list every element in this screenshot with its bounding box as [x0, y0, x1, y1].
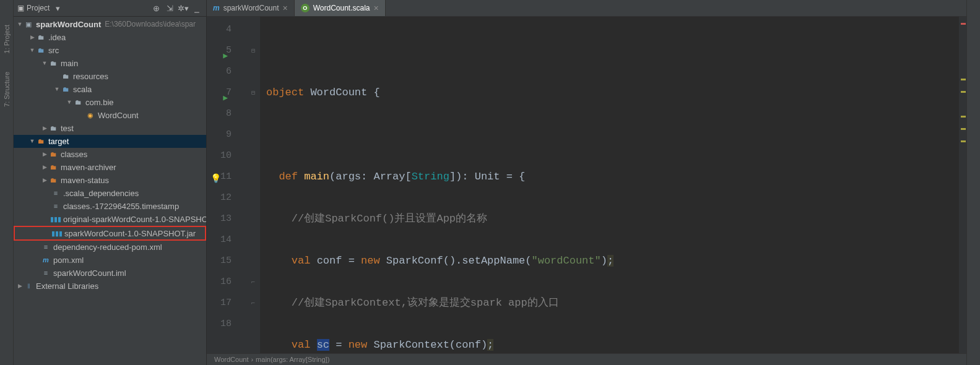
ln: 6 [207, 61, 232, 82]
root-path: E:\360Downloads\idea\spar [105, 18, 196, 31]
intention-bulb-icon[interactable]: 💡 [210, 168, 221, 189]
maven-icon: m [213, 4, 220, 12]
tree-orig-jar[interactable]: ▮▮▮original-sparkWordCount-1.0-SNAPSHO [14, 213, 206, 226]
tree-test[interactable]: ▶🖿test [14, 122, 206, 135]
right-tool-rail [966, 0, 980, 365]
ln: 8 [207, 103, 232, 124]
tab-label: WordCount.scala [313, 4, 370, 12]
scala-object-icon: O [301, 4, 310, 12]
ln: 14 [207, 230, 232, 251]
line-gutter[interactable]: 4 5▶ 6 7▶ 8 9 10 11 12 13 14 15 16 17 18… [207, 17, 250, 353]
ln: 13 [207, 208, 232, 230]
tree-target[interactable]: ▼🖿target [14, 135, 206, 148]
tree-maven-archiver[interactable]: ▶🖿maven-archiver [14, 161, 206, 174]
close-icon[interactable]: × [374, 3, 379, 13]
rail-project[interactable]: 1: Project [3, 25, 11, 53]
tree-scala-deps[interactable]: ≡.scala_dependencies [14, 187, 206, 200]
code-editor[interactable]: object WordCount { def main(args: Array[… [260, 17, 959, 353]
gear-icon[interactable]: ✲▾ [178, 2, 189, 14]
tree-package[interactable]: ▼🖿com.bie [14, 96, 206, 109]
tab-wordcount[interactable]: O WordCount.scala × [295, 0, 386, 16]
tab-spark[interactable]: m sparkWordCount × [207, 0, 295, 16]
locate-icon[interactable]: ⊕ [150, 2, 162, 14]
ln: 18 [207, 314, 232, 335]
project-title: Project [27, 4, 50, 12]
tree-root[interactable]: ▼▣ sparkWordCount E:\360Downloads\idea\s… [14, 18, 206, 31]
ln: 9 [207, 124, 232, 145]
hide-icon[interactable]: ⎯ [191, 2, 202, 14]
error-stripe[interactable] [959, 17, 966, 353]
ln: 16 [207, 272, 232, 293]
left-tool-rail: 1: Project 7: Structure [0, 0, 14, 365]
ln: 10 [207, 145, 232, 166]
editor-body: 4 5▶ 6 7▶ 8 9 10 11 12 13 14 15 16 17 18… [207, 17, 966, 353]
crumb-method[interactable]: main(args: Array[String]) [256, 356, 329, 363]
tree-maven-status[interactable]: ▶🖿maven-status [14, 174, 206, 187]
project-tool-window: ▣ Project ▾ ⊕ ⇲ ✲▾ ⎯ ▼▣ sparkWordCount E… [14, 0, 207, 365]
tree-scala[interactable]: ▼🖿scala [14, 83, 206, 96]
ln: 12 [207, 187, 232, 208]
dropdown-icon[interactable]: ▾ [52, 2, 63, 14]
fold-end-icon[interactable]: ⌐ [251, 293, 255, 314]
tree-main[interactable]: ▼🖿main [14, 57, 206, 70]
editor-tabs: m sparkWordCount × O WordCount.scala × [207, 0, 966, 17]
chevron-right-icon: › [251, 356, 253, 363]
ln: 17 [207, 293, 232, 314]
fold-icon[interactable]: ⊟ [251, 82, 255, 103]
tree-classes-ts[interactable]: ≡classes.-1722964255.timestamp [14, 200, 206, 213]
fold-icon[interactable]: ⊟ [251, 40, 255, 61]
tree-classes[interactable]: ▶🖿classes [14, 148, 206, 161]
ln: 4 [207, 19, 232, 40]
close-icon[interactable]: × [283, 3, 288, 13]
root-name: sparkWordCount [36, 18, 101, 31]
editor-area: m sparkWordCount × O WordCount.scala × 4… [207, 0, 966, 365]
tab-label: sparkWordCount [223, 4, 279, 12]
tree-resources[interactable]: 🖿resources [14, 70, 206, 83]
tree-src[interactable]: ▼🖿src [14, 44, 206, 57]
project-panel-header: ▣ Project ▾ ⊕ ⇲ ✲▾ ⎯ [14, 0, 206, 17]
project-tree[interactable]: ▼▣ sparkWordCount E:\360Downloads\idea\s… [14, 17, 206, 294]
rail-structure[interactable]: 7: Structure [3, 72, 11, 107]
tree-pom[interactable]: mpom.xml [14, 254, 206, 267]
tree-dep-reduced[interactable]: ≡dependency-reduced-pom.xml [14, 241, 206, 254]
crumb-class[interactable]: WordCount [214, 356, 248, 363]
breadcrumb-bar: WordCount › main(args: Array[String]) [207, 353, 966, 365]
run-icon[interactable]: ▶ [223, 88, 228, 109]
tree-ext-lib[interactable]: ▶⫴External Libraries [14, 280, 206, 293]
tree-snapshot-jar[interactable]: ▮▮▮sparkWordCount-1.0-SNAPSHOT.jar [14, 226, 206, 241]
run-icon[interactable]: ▶ [223, 46, 228, 67]
tree-wordcount[interactable]: ◉WordCount [14, 109, 206, 122]
fold-end-icon[interactable]: ⌐ [251, 272, 255, 293]
ln: 15 [207, 251, 232, 272]
tree-iml[interactable]: ≡sparkWordCount.iml [14, 267, 206, 280]
tree-idea[interactable]: ▶🖿.idea [14, 31, 206, 44]
collapse-icon[interactable]: ⇲ [164, 2, 175, 14]
fold-column[interactable]: ⊟ ⊟ ⌐ ⌐ [250, 17, 260, 353]
project-icon: ▣ [17, 4, 24, 12]
